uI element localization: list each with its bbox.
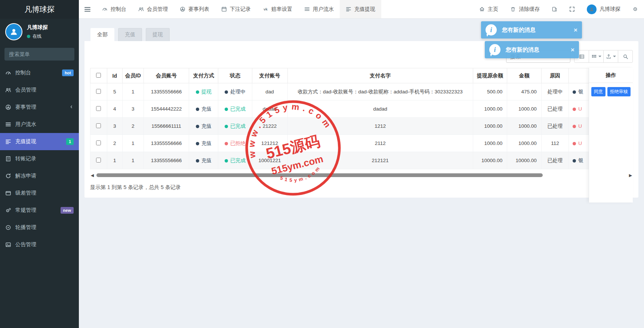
nav-recharge-withdraw-label: 充值提现 bbox=[354, 6, 375, 13]
status-dot-icon bbox=[225, 90, 228, 94]
tab-all[interactable]: 全部 bbox=[90, 28, 114, 41]
brand-logo[interactable]: 凡博球探 bbox=[0, 0, 79, 19]
approve-button[interactable]: 同意 bbox=[591, 87, 606, 96]
menu-dashboard[interactable]: 控制台hot bbox=[0, 64, 79, 81]
users-icon bbox=[5, 87, 11, 93]
menu-announcements[interactable]: 公告管理 bbox=[0, 236, 79, 253]
menu-general[interactable]: 常规管理new bbox=[0, 202, 79, 219]
menu-level-diff[interactable]: 级差管理 bbox=[0, 185, 79, 202]
scrollbar-track[interactable] bbox=[96, 173, 627, 177]
nav-odds-settings[interactable]: 赔率设置 bbox=[257, 0, 298, 18]
action-cell bbox=[589, 152, 633, 169]
column-header: 提现原余额 bbox=[473, 68, 507, 83]
nav-dashboard-label: 控制台 bbox=[111, 6, 126, 13]
status-dot-icon bbox=[196, 159, 199, 163]
menu-members[interactable]: 会员管理 bbox=[0, 81, 79, 99]
nav-fullscreen[interactable] bbox=[563, 0, 581, 18]
column-header: 会员ID bbox=[122, 68, 144, 83]
scroll-left-arrow[interactable]: ◀ bbox=[90, 173, 95, 177]
gauge-icon bbox=[5, 70, 11, 76]
calendar-icon bbox=[221, 6, 227, 12]
scrollbar-thumb[interactable] bbox=[96, 173, 543, 177]
cell-member-id: 1 bbox=[122, 83, 144, 100]
tab-withdraw[interactable]: 提现 bbox=[146, 28, 170, 41]
nav-settings[interactable] bbox=[626, 0, 644, 18]
menu-recharge-withdraw[interactable]: 充值提现1 bbox=[0, 133, 79, 150]
gauge-icon bbox=[102, 6, 108, 12]
nav-members[interactable]: 会员管理 bbox=[132, 0, 174, 18]
person-icon bbox=[9, 27, 18, 36]
nav-profile[interactable]: 凡博球探 bbox=[581, 0, 626, 18]
cell-reason: 已处理 bbox=[541, 152, 569, 169]
close-icon[interactable]: × bbox=[571, 47, 574, 53]
sidebar-toggle-button[interactable] bbox=[79, 0, 96, 18]
row-checkbox[interactable] bbox=[96, 89, 101, 94]
cell-reason: 处理中 bbox=[541, 83, 569, 100]
toast-message: 您有新的消息 bbox=[506, 46, 539, 53]
carousel-icon bbox=[5, 225, 11, 230]
table-zone: Id会员ID会员账号支付方式状态支付账号支付名字提现原余额金额原因支付 5113… bbox=[90, 68, 633, 169]
menu-search-input[interactable] bbox=[4, 48, 74, 61]
nav-home[interactable]: 主页 bbox=[473, 0, 504, 18]
menu-carousel[interactable]: 轮播管理 bbox=[0, 219, 79, 236]
cell-pay-name: dadad bbox=[287, 100, 473, 118]
cell-balance: 10000.00 bbox=[473, 152, 507, 169]
nav-user-flow[interactable]: 用户流水 bbox=[298, 0, 340, 18]
window-icon bbox=[5, 190, 11, 196]
nav-match-list-label: 赛事列表 bbox=[188, 6, 209, 13]
image-icon bbox=[5, 242, 11, 248]
notification-toast[interactable]: i您有新的消息× bbox=[481, 21, 582, 38]
menu-matches-label: 赛事管理 bbox=[15, 104, 36, 111]
cell-account: 13355556666 bbox=[144, 152, 189, 169]
status-dot-icon bbox=[573, 125, 576, 128]
action-cell: 同意拒绝审核 bbox=[589, 83, 633, 100]
column-header: 原因 bbox=[541, 68, 569, 83]
nav-bet-records[interactable]: 下注记录 bbox=[215, 0, 257, 18]
table-row: 4315544442222充值已完成dadaddadad1000.001000.… bbox=[90, 100, 633, 118]
status-dot-icon bbox=[573, 108, 576, 111]
scroll-right-arrow[interactable]: ▶ bbox=[628, 173, 633, 177]
menu-unfreeze[interactable]: 解冻申请 bbox=[0, 167, 79, 185]
status-dot-icon bbox=[196, 125, 199, 128]
row-checkbox[interactable] bbox=[96, 106, 101, 111]
cell-id: 5 bbox=[107, 83, 122, 100]
row-checkbox[interactable] bbox=[96, 123, 101, 128]
nav-recharge-withdraw[interactable]: 充值提现 bbox=[340, 0, 381, 18]
nav-clear-cache[interactable]: 清除缓存 bbox=[504, 0, 546, 18]
menu-general-label: 常规管理 bbox=[15, 207, 36, 214]
cell-amount: 1000.00 bbox=[507, 118, 541, 135]
cell-balance: 1000.00 bbox=[473, 100, 507, 118]
close-icon[interactable]: × bbox=[574, 27, 577, 33]
column-header: 支付名字 bbox=[287, 68, 473, 83]
nav-dashboard[interactable]: 控制台 bbox=[96, 0, 132, 18]
export-button[interactable] bbox=[603, 50, 618, 63]
tab-recharge[interactable]: 充值 bbox=[118, 28, 142, 41]
cell-pay-account: 121212 bbox=[252, 135, 287, 152]
menu-transfer-records[interactable]: 转账记录 bbox=[0, 150, 79, 167]
align-icon bbox=[346, 6, 351, 12]
menu-user-flow[interactable]: 用户流水 bbox=[0, 116, 79, 133]
cell-pay-name: 212121 bbox=[287, 152, 473, 169]
cell-select bbox=[90, 118, 107, 135]
columns-button[interactable] bbox=[589, 50, 604, 63]
online-dot-icon bbox=[27, 35, 30, 38]
cell-balance: 1000.00 bbox=[473, 118, 507, 135]
cell-id: 2 bbox=[107, 135, 122, 152]
column-header: 状态 bbox=[218, 68, 252, 83]
nav-language[interactable] bbox=[546, 0, 563, 18]
column-header: 支付方式 bbox=[189, 68, 218, 83]
menu-matches[interactable]: 赛事管理 bbox=[0, 99, 79, 116]
nav-clear-cache-label: 清除缓存 bbox=[519, 6, 540, 13]
translate-icon bbox=[552, 6, 557, 12]
user-name: 凡博球探 bbox=[27, 24, 48, 31]
reject-review-button[interactable]: 拒绝审核 bbox=[607, 87, 631, 96]
cell-amount: 475.00 bbox=[507, 83, 541, 100]
cell-status: 已完成 bbox=[218, 100, 252, 118]
select-all-checkbox[interactable] bbox=[96, 73, 101, 78]
advanced-search-button[interactable] bbox=[618, 50, 633, 63]
nav-match-list[interactable]: 赛事列表 bbox=[174, 0, 215, 18]
row-checkbox[interactable] bbox=[96, 140, 101, 145]
gear-icon bbox=[632, 6, 638, 12]
row-checkbox[interactable] bbox=[96, 158, 101, 163]
notification-toast[interactable]: i您有新的消息× bbox=[485, 41, 579, 58]
